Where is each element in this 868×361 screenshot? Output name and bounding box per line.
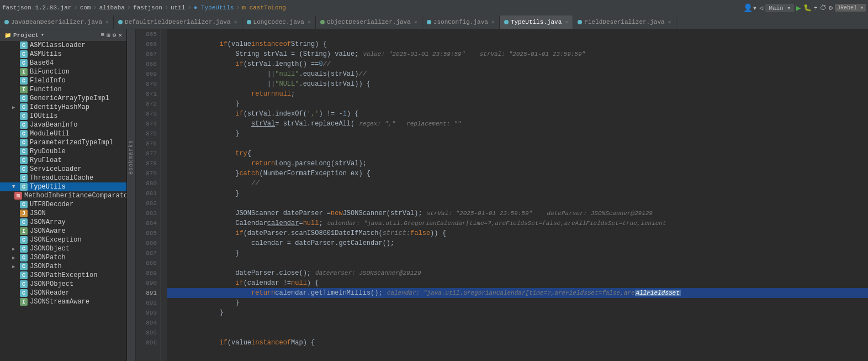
code-line-868: if (strVal.length() == 0 // xyxy=(167,59,868,69)
tab-longcodec[interactable]: LongCodec.java ✕ xyxy=(242,15,316,29)
collapse-all-icon[interactable]: ≡ xyxy=(101,32,105,39)
sidebar-item-ryudouble[interactable]: C RyuDouble xyxy=(0,147,126,156)
class-icon: C xyxy=(20,121,28,129)
tab-close[interactable]: ✕ xyxy=(414,19,417,25)
sidebar-item-utf8decoder[interactable]: C UTF8Decoder xyxy=(0,200,126,209)
sidebar-item-jsonreader[interactable]: C JSONReader xyxy=(0,289,126,297)
sidebar-item-jsonarray[interactable]: C JSONArray xyxy=(0,218,126,227)
code-line-875: } xyxy=(167,129,868,139)
sidebar-item-genericarraytypeimpl[interactable]: C GenericArrayTypeImpl xyxy=(0,94,126,103)
line-num: 872 xyxy=(136,99,160,109)
settings-icon[interactable]: ⚙ xyxy=(829,4,833,12)
tab-close[interactable]: ✕ xyxy=(491,19,495,25)
tab-close[interactable]: ✕ xyxy=(105,19,109,25)
tab-close[interactable]: ✕ xyxy=(668,19,671,25)
item-label: JSONPath xyxy=(30,263,62,270)
tab-dot xyxy=(320,20,325,24)
sidebar-item-serviceloader[interactable]: C ServiceLoader xyxy=(0,165,126,174)
breadcrumb-method: m castToLong xyxy=(242,4,286,11)
tab-jsonconfig[interactable]: JsonConfig.java ✕ xyxy=(422,15,500,29)
class-icon: C xyxy=(20,148,28,155)
back-icon[interactable]: ◁ xyxy=(759,4,763,12)
run-button[interactable]: ▶ xyxy=(796,3,801,13)
item-label: ServiceLoader xyxy=(30,165,82,173)
item-label: JSONPathException xyxy=(30,271,97,279)
debug-icon[interactable]: 🐛 xyxy=(803,4,812,12)
class-icon: C xyxy=(20,41,28,49)
code-line-883: JSONScanner dateParser = new JSONScanner… xyxy=(167,208,868,218)
sidebar-dropdown-arrow[interactable]: ▾ xyxy=(41,32,44,38)
gear-icon[interactable]: ⚙ xyxy=(113,32,117,39)
sidebar-item-jsonpathexception[interactable]: C JSONPathException xyxy=(0,271,126,280)
sidebar-title: Project xyxy=(13,32,39,39)
breadcrumb-util: util xyxy=(171,4,185,11)
class-icon: C xyxy=(20,289,28,297)
main-layout: 📁 Project ▾ ≡ ⊞ ⚙ ✕ C ASMClassLoader C xyxy=(0,29,868,361)
sidebar-item-jsonstreamaware[interactable]: I JSONStreamAware xyxy=(0,297,126,306)
tab-objectdeserializer[interactable]: ObjectDeserializer.java ✕ xyxy=(316,15,422,29)
class-icon: C xyxy=(20,236,28,244)
class-icon: C xyxy=(20,103,28,111)
code-line-878: return Long.parseLong(strVal); xyxy=(167,159,868,169)
sidebar-item-asmclassloader[interactable]: C ASMClassLoader xyxy=(0,41,126,50)
line-num: 876 xyxy=(136,139,160,149)
code-line-873: if (strVal.indexOf(',') != -1) { xyxy=(167,109,868,119)
code-line-895 xyxy=(167,328,868,338)
tab-fielddeserializer[interactable]: FieldDeserializer.java ✕ xyxy=(573,15,676,29)
sidebar-item-ryufloat[interactable]: C RyuFloat xyxy=(0,156,126,165)
tab-dot xyxy=(504,20,509,24)
sidebar-item-jsonobject[interactable]: ▶ C JSONObject xyxy=(0,244,126,253)
tab-close[interactable]: ✕ xyxy=(565,19,568,25)
sidebar-item-moduleutil[interactable]: C ModuleUtil xyxy=(0,129,126,138)
sidebar-item-typeutils[interactable]: ▼ C TypeUtils xyxy=(0,182,126,191)
sidebar-item-jsonpatch[interactable]: ▶ C JSONPatch xyxy=(0,253,126,262)
code-content[interactable]: if (value instanceof String) { String st… xyxy=(167,29,868,361)
sidebar-item-ioutils[interactable]: C IOUtils xyxy=(0,112,126,121)
breadcrumb-sep4: › xyxy=(165,4,168,12)
sidebar-item-asmutils[interactable]: C ASMUtils xyxy=(0,50,126,59)
breadcrumb-typeutils[interactable]: ● TypeUtils xyxy=(194,4,234,11)
person-icon[interactable]: 👤▾ xyxy=(743,3,757,13)
code-line-889: dateParser.close();dateParser: JSONScann… xyxy=(167,268,868,278)
sidebar-item-javabeaninfo[interactable]: C JavaBeanInfo xyxy=(0,121,126,129)
code-container[interactable]: 865 866 867 868 869 870 871 872 873 874 … xyxy=(136,29,868,361)
sidebar-item-jsonaware[interactable]: I JSONAware xyxy=(0,227,126,236)
sidebar-item-fieldinfo[interactable]: C FieldInfo xyxy=(0,76,126,85)
jrebel-label[interactable]: JRebel ▾ xyxy=(835,4,866,12)
sidebar-item-parameterizedtypeimpl[interactable]: C ParameterizedTypeImpl xyxy=(0,138,126,147)
class-icon: C xyxy=(20,280,28,288)
class-icon: C xyxy=(20,245,28,253)
tab-close[interactable]: ✕ xyxy=(234,19,237,25)
sidebar-item-jsonexception[interactable]: C JSONException xyxy=(0,236,126,244)
class-icon: C xyxy=(20,130,28,138)
sidebar-item-base64[interactable]: C Base64 xyxy=(0,59,126,67)
tab-javabeandeserializer[interactable]: JavaBeanDeserializer.java ✕ xyxy=(0,15,114,29)
sidebar-item-jsonpobject[interactable]: C JSONPObject xyxy=(0,280,126,289)
build-dropdown[interactable]: Main ▾ xyxy=(765,4,794,12)
sidebar-item-jsonpath[interactable]: ▶ C JSONPath xyxy=(0,262,126,271)
sidebar-item-identityhashmap[interactable]: ▶ C IdentityHashMap xyxy=(0,103,126,112)
sidebar-item-methodinheritancecomparator[interactable]: m MethodInheritanceComparator xyxy=(0,191,126,200)
tab-defaultfielddeserializer[interactable]: DefaultFieldDeserializer.java ✕ xyxy=(114,15,242,29)
item-label: BiFunction xyxy=(30,68,70,76)
code-line-871: return null; xyxy=(167,89,868,99)
sidebar-item-bifunction[interactable]: I BiFunction xyxy=(0,67,126,76)
expand-icon[interactable]: ⊞ xyxy=(107,32,110,39)
breadcrumb-sep: › xyxy=(73,4,77,12)
code-line-865 xyxy=(167,29,868,39)
tab-label: LongCodec.java xyxy=(253,19,304,25)
tab-close[interactable]: ✕ xyxy=(308,19,311,25)
tab-typeutils[interactable]: TypeUtils.java ✕ xyxy=(500,15,573,29)
sidebar-item-function[interactable]: I Function xyxy=(0,85,126,94)
code-line-866: if (value instanceof String) { xyxy=(167,39,868,49)
code-line-882 xyxy=(167,198,868,208)
interface-icon: I xyxy=(20,86,28,93)
sidebar-content[interactable]: C ASMClassLoader C ASMUtils C Base64 I B… xyxy=(0,41,126,361)
class-icon: C xyxy=(20,95,28,102)
profile-icon[interactable]: ⏱ xyxy=(820,4,827,12)
sidebar-item-json[interactable]: J JSON xyxy=(0,209,126,218)
close-icon[interactable]: ✕ xyxy=(118,32,122,39)
sidebar-item-threadlocalcache[interactable]: C ThreadLocalCache xyxy=(0,174,126,182)
coverage-icon[interactable]: ☂ xyxy=(814,4,818,12)
arrow-icon: ▼ xyxy=(12,184,18,190)
